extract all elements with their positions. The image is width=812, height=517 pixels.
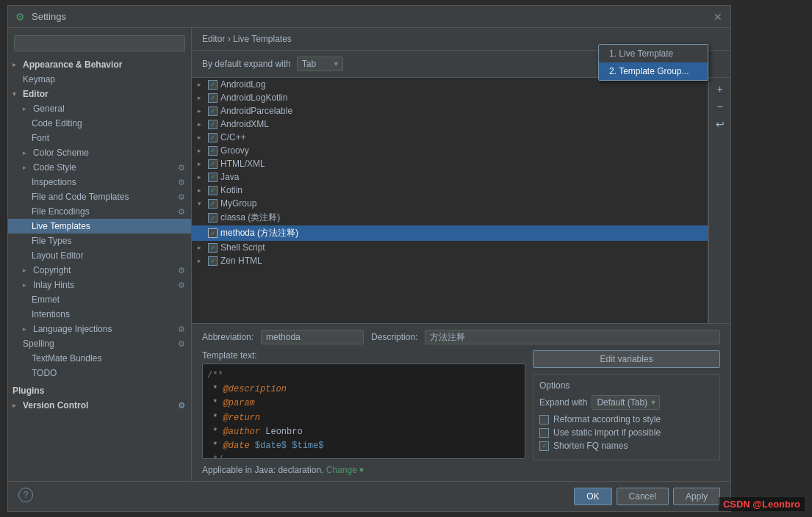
help-button[interactable]: ?: [18, 488, 33, 502]
change-link[interactable]: Change ▾: [326, 465, 364, 475]
code-line-5: * @author Leonbro: [207, 425, 520, 439]
checkbox-methoda[interactable]: [208, 228, 218, 238]
sidebar-item-label: Editor: [23, 89, 48, 99]
sidebar-item-file-encodings[interactable]: File Encodings ⚙: [8, 204, 191, 219]
search-input[interactable]: [14, 35, 185, 51]
checkbox-kotlin[interactable]: [208, 186, 218, 195]
tree-item-androidparcelable[interactable]: ▸ AndroidParcelable: [192, 104, 708, 118]
expand-with-dropdown[interactable]: Default (Tab) Tab Enter Space: [592, 395, 660, 410]
sidebar-item-label: Spelling: [23, 339, 54, 349]
tree-item-kotlin[interactable]: ▸ Kotlin: [192, 184, 708, 197]
expand-label: Expand with: [539, 397, 587, 408]
description-input[interactable]: [425, 330, 720, 344]
sidebar-item-appearance[interactable]: ▸ Appearance & Behavior: [8, 57, 191, 72]
sidebar-item-layout-editor[interactable]: Layout Editor: [8, 248, 191, 263]
tree-arrow: ▸: [198, 81, 205, 88]
checkbox-zenhtml[interactable]: [208, 256, 218, 266]
applicable-label: Applicable in Java: declaration.: [202, 465, 323, 475]
sidebar-item-emmet[interactable]: Emmet: [8, 292, 191, 307]
edit-variables-button[interactable]: Edit variables: [533, 350, 720, 368]
sidebar-item-inspections[interactable]: Inspections ⚙: [8, 175, 191, 189]
sidebar-item-code-editing[interactable]: Code Editing: [8, 116, 191, 131]
sidebar-item-font[interactable]: Font: [8, 131, 191, 145]
sidebar-item-label: Font: [32, 133, 49, 143]
template-text-area[interactable]: /** * @description * @param * @return * …: [202, 364, 525, 459]
tree-item-cpp[interactable]: ▸ C/C++: [192, 131, 708, 144]
static-import-checkbox[interactable]: [539, 428, 549, 438]
reformat-checkbox[interactable]: [539, 415, 549, 424]
abbreviation-input[interactable]: [261, 330, 364, 344]
tree-item-androidlogkotlin[interactable]: ▸ AndroidLogKotlin: [192, 91, 708, 104]
ok-button[interactable]: OK: [574, 488, 611, 505]
sidebar-item-label: Layout Editor: [32, 250, 84, 261]
sidebar-item-textmate-bundles[interactable]: TextMate Bundles: [8, 351, 191, 366]
arrow-icon: ▸: [23, 267, 30, 274]
expand-dropdown[interactable]: Tab Enter Space: [297, 57, 343, 71]
checkbox-cpp[interactable]: [208, 133, 218, 142]
arrow-icon: ▸: [23, 164, 30, 171]
reformat-label: Reformat according to style: [553, 414, 661, 424]
checkbox-classa[interactable]: [208, 213, 218, 223]
sidebar-item-keymap[interactable]: Keymap: [8, 72, 191, 87]
code-line-3: * @param: [207, 397, 520, 411]
settings-icon-small: ⚙: [178, 266, 185, 275]
checkbox-java[interactable]: [208, 173, 218, 182]
tree-item-mygroup[interactable]: ▾ MyGroup: [192, 197, 708, 210]
checkbox-mygroup[interactable]: [208, 199, 218, 209]
sidebar-item-editor[interactable]: ▾ Editor: [8, 87, 191, 101]
sidebar-item-live-templates[interactable]: Live Templates: [8, 219, 191, 234]
tree-item-classa[interactable]: classa (类注释): [192, 210, 708, 225]
popup-live-template[interactable]: 1. Live Template: [599, 45, 708, 62]
sidebar-item-version-control[interactable]: ▸ Version Control ⚙: [8, 398, 191, 413]
checkbox-androidxml[interactable]: [208, 120, 218, 129]
templates-list: ▸ AndroidLog ▸ AndroidLogKotlin ▸: [192, 78, 708, 323]
expand-row: Expand with Default (Tab) Tab Enter Spac…: [539, 395, 714, 410]
tree-item-java[interactable]: ▸ Java: [192, 170, 708, 184]
checkbox-androidlogkotlin[interactable]: [208, 93, 218, 103]
tree-arrow: ▸: [198, 120, 205, 128]
editor-section: Abbreviation: Description: Template text…: [192, 323, 730, 481]
sidebar-item-inlay-hints[interactable]: ▸ Inlay Hints ⚙: [8, 278, 191, 292]
checkbox-androidparcelable[interactable]: [208, 106, 218, 116]
popup-template-group[interactable]: 2. Template Group...: [599, 62, 708, 80]
checkbox-htmlxml[interactable]: [208, 159, 218, 169]
checkbox-androidlog[interactable]: [208, 80, 218, 90]
cancel-button[interactable]: Cancel: [617, 488, 669, 505]
sidebar-item-label: Inspections: [32, 177, 76, 187]
apply-button[interactable]: Apply: [673, 488, 720, 505]
remove-button[interactable]: −: [712, 98, 728, 115]
sidebar-item-label: File Encodings: [32, 206, 90, 217]
undo-button[interactable]: ↩: [712, 116, 728, 132]
sidebar-item-file-types[interactable]: File Types: [8, 234, 191, 248]
tree-item-shellscript[interactable]: ▸ Shell Script: [192, 241, 708, 254]
sidebar-item-label: Color Scheme: [33, 148, 89, 158]
tree-item-label: AndroidParcelable: [220, 106, 292, 116]
tree-item-methoda[interactable]: methoda (方法注释): [192, 225, 708, 241]
tree-arrow: ▾: [198, 200, 205, 207]
sidebar-item-copyright[interactable]: ▸ Copyright ⚙: [8, 263, 191, 278]
checkbox-shellscript[interactable]: [208, 243, 218, 253]
code-line-6: * @date $date$ $time$: [207, 439, 520, 453]
sidebar-item-color-scheme[interactable]: ▸ Color Scheme: [8, 145, 191, 160]
tree-item-htmlxml[interactable]: ▸ HTML/XML: [192, 157, 708, 170]
sidebar-item-todo[interactable]: TODO: [8, 366, 191, 380]
templates-panel: ▸ AndroidLog ▸ AndroidLogKotlin ▸: [192, 78, 730, 323]
sidebar-item-plugins[interactable]: Plugins: [8, 383, 191, 398]
tree-item-label: AndroidLog: [220, 79, 265, 90]
sidebar-item-code-style[interactable]: ▸ Code Style ⚙: [8, 160, 191, 175]
sidebar-item-intentions[interactable]: Intentions: [8, 307, 191, 322]
add-button[interactable]: +: [712, 81, 728, 97]
arrow-icon: ▸: [23, 325, 30, 333]
sidebar-item-general[interactable]: ▸ General: [8, 101, 191, 116]
sidebar-item-spelling[interactable]: Spelling ⚙: [8, 336, 191, 351]
close-button[interactable]: ✕: [713, 12, 723, 22]
tree-item-zenhtml[interactable]: ▸ Zen HTML: [192, 254, 708, 267]
checkbox-groovy[interactable]: [208, 146, 218, 156]
sidebar-item-label: Plugins: [12, 386, 44, 396]
tree-item-androidxml[interactable]: ▸ AndroidXML: [192, 118, 708, 131]
tree-item-groovy[interactable]: ▸ Groovy: [192, 144, 708, 157]
sidebar-item-language-injections[interactable]: ▸ Language Injections ⚙: [8, 322, 191, 336]
shorten-fq-checkbox[interactable]: [539, 441, 549, 451]
sidebar-item-file-code-templates[interactable]: File and Code Templates ⚙: [8, 189, 191, 204]
options-title: Options: [539, 380, 714, 391]
